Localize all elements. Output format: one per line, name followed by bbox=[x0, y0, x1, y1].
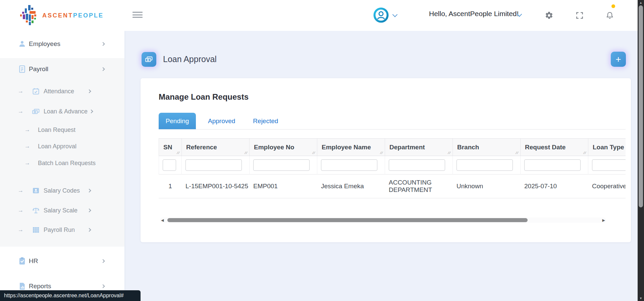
sidebar-item-hr[interactable]: HR bbox=[0, 256, 124, 266]
logo-text: ASCENTPEOPLE bbox=[42, 12, 104, 19]
filter-input-request-date[interactable] bbox=[524, 159, 581, 171]
notifications-bell-icon[interactable] bbox=[605, 11, 614, 20]
sidebar-item-loan-request[interactable]: → Loan Request bbox=[0, 125, 124, 135]
tab-bar: Pending Approved Rejected bbox=[159, 113, 626, 130]
table-header-row: SN// Reference// Employee No// Employee … bbox=[159, 138, 626, 156]
document-icon bbox=[18, 65, 26, 73]
column-header-reference[interactable]: Reference// bbox=[182, 138, 250, 156]
sidebar-item-payroll-run[interactable]: → Payroll Run bbox=[0, 225, 124, 235]
chevron-right-icon bbox=[101, 284, 105, 288]
column-header-label: Department bbox=[389, 144, 425, 151]
column-resize-handle[interactable]: // bbox=[312, 151, 316, 155]
sidebar-item-loan-approval[interactable]: → Loan Approval bbox=[0, 141, 124, 151]
logo-link[interactable]: ASCENTPEOPLE bbox=[20, 3, 97, 28]
add-button[interactable]: + bbox=[611, 52, 626, 67]
table-grid-icon bbox=[32, 226, 40, 234]
report-chart-icon bbox=[18, 282, 26, 291]
sidebar-item-salary-scale[interactable]: → Salary Scale bbox=[0, 205, 124, 215]
filter-input-reference[interactable] bbox=[185, 159, 242, 171]
user-greeting: Hello, AscentPeople Limited! bbox=[429, 10, 519, 18]
sidebar-item-label: Attendance bbox=[44, 88, 74, 95]
column-header-employee-no[interactable]: Employee No// bbox=[250, 138, 317, 156]
table-filter-row bbox=[159, 156, 626, 174]
arrow-right-icon: → bbox=[18, 88, 23, 95]
column-header-request-date[interactable]: Request Date// bbox=[521, 138, 588, 156]
scroll-right-arrow-icon[interactable]: ▶ bbox=[602, 218, 605, 222]
horizontal-scrollbar[interactable]: ◀ ▶ bbox=[160, 217, 606, 223]
filter-input-employee-name[interactable] bbox=[321, 159, 377, 171]
vertical-scrollbar[interactable]: ▲ ▼ bbox=[638, 0, 644, 301]
filter-input-department[interactable] bbox=[389, 159, 445, 171]
sidebar-item-batch-loan-requests[interactable]: → Batch Loan Requests bbox=[0, 158, 124, 168]
tab-pending[interactable]: Pending bbox=[159, 113, 196, 129]
main-content-area: Loan Approval + Manage Loan Requests Pen… bbox=[124, 31, 638, 301]
scroll-left-arrow-icon[interactable]: ◀ bbox=[161, 218, 164, 222]
cell-reference: L-15EMP001-10-5425 bbox=[182, 174, 250, 198]
column-header-sn[interactable]: SN// bbox=[159, 138, 182, 156]
sidebar-item-attendance[interactable]: → Attendance bbox=[0, 86, 124, 96]
chevron-right-icon bbox=[101, 67, 105, 71]
column-resize-handle[interactable]: // bbox=[245, 151, 248, 155]
column-header-label: SN bbox=[163, 144, 172, 151]
sidebar-item-label: Loan & Advance bbox=[44, 108, 88, 115]
horizontal-scroll-thumb[interactable] bbox=[167, 218, 528, 222]
user-avatar[interactable] bbox=[373, 7, 389, 23]
cell-sn: 1 bbox=[159, 174, 182, 198]
user-avatar-icon bbox=[373, 7, 389, 23]
chevron-right-icon bbox=[101, 259, 105, 263]
column-header-label: Employee No bbox=[254, 144, 294, 151]
arrow-right-icon: → bbox=[18, 207, 23, 214]
filter-input-loan-type[interactable] bbox=[592, 159, 626, 171]
tab-rejected[interactable]: Rejected bbox=[250, 113, 281, 129]
column-resize-handle[interactable]: // bbox=[448, 151, 451, 155]
column-resize-handle[interactable]: // bbox=[583, 151, 587, 155]
arrow-right-icon: → bbox=[18, 227, 23, 233]
hamburger-menu-icon[interactable] bbox=[132, 12, 143, 19]
filter-input-sn[interactable] bbox=[163, 159, 176, 171]
chevron-right-icon bbox=[87, 228, 91, 232]
scroll-up-arrow-icon[interactable]: ▲ bbox=[638, 1, 644, 4]
content-card: Manage Loan Requests Pending Approved Re… bbox=[141, 78, 631, 242]
column-resize-handle[interactable]: // bbox=[516, 151, 519, 155]
column-resize-handle[interactable]: // bbox=[380, 151, 384, 155]
sidebar-item-label: Payroll bbox=[29, 65, 48, 73]
arrow-right-icon: → bbox=[24, 143, 30, 150]
balance-scale-icon bbox=[32, 206, 40, 214]
column-header-label: Branch bbox=[457, 144, 479, 151]
status-bar-url-preview: https://ascentpeople.ascentree.net/LoanA… bbox=[0, 290, 141, 301]
cell-department: ACCOUNTING DEPARTMENT bbox=[385, 174, 453, 198]
cell-request-date: 2025-07-10 bbox=[521, 174, 588, 198]
chevron-right-icon bbox=[87, 208, 91, 212]
scroll-down-arrow-icon[interactable]: ▼ bbox=[638, 297, 644, 300]
page-title-money-icon bbox=[142, 52, 156, 67]
column-header-department[interactable]: Department// bbox=[385, 138, 453, 156]
column-header-branch[interactable]: Branch// bbox=[453, 138, 521, 156]
sidebar-item-payroll[interactable]: Payroll bbox=[0, 64, 124, 74]
tab-approved[interactable]: Approved bbox=[205, 113, 238, 129]
chevron-right-icon bbox=[89, 109, 93, 113]
sidebar-item-employees[interactable]: Employees bbox=[0, 39, 124, 49]
sidebar-item-salary-codes[interactable]: → Salary Codes bbox=[0, 186, 124, 196]
user-icon bbox=[18, 40, 26, 48]
vertical-scroll-thumb[interactable] bbox=[639, 5, 643, 207]
column-resize-handle[interactable]: // bbox=[177, 151, 180, 155]
sidebar-item-label: Payroll Run bbox=[44, 227, 75, 234]
cell-loan-type: Cooperative bbox=[588, 174, 626, 198]
table-row[interactable]: 1 L-15EMP001-10-5425 EMP001 Jessica Emek… bbox=[159, 174, 626, 198]
column-header-employee-name[interactable]: Employee Name// bbox=[317, 138, 385, 156]
sidebar-item-reports[interactable]: Reports bbox=[0, 281, 124, 291]
logo-icon bbox=[20, 4, 38, 26]
sidebar-item-label: Loan Approval bbox=[38, 143, 76, 150]
chevron-right-icon bbox=[87, 189, 91, 192]
column-header-loan-type[interactable]: Loan Type// bbox=[588, 138, 626, 156]
sidebar-item-label: Loan Request bbox=[38, 127, 75, 134]
fullscreen-icon[interactable] bbox=[575, 11, 584, 20]
avatar-dropdown-chevron-icon[interactable] bbox=[392, 12, 398, 17]
settings-gear-icon[interactable] bbox=[545, 11, 553, 20]
filter-input-branch[interactable] bbox=[457, 159, 513, 171]
chevron-right-icon bbox=[101, 42, 105, 46]
arrow-right-icon: → bbox=[24, 127, 30, 133]
sidebar-item-loan-advance[interactable]: → Loan & Advance bbox=[0, 106, 124, 116]
filter-input-employee-no[interactable] bbox=[253, 159, 310, 171]
sidebar-item-label: Salary Scale bbox=[44, 207, 77, 214]
